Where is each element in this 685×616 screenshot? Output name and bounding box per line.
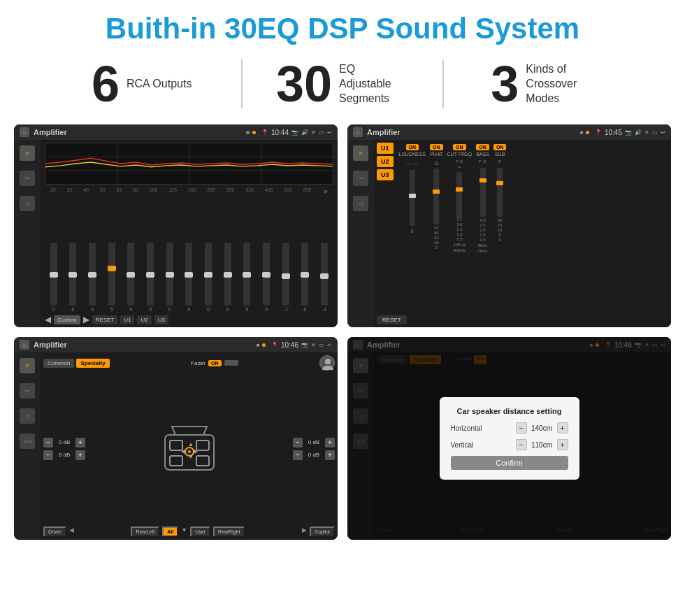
eq-main: 25 32 40 50 63 80 100 125 160 200 250 32… <box>41 140 338 327</box>
loudness-section: ON LOUDNESS — — 0 <box>399 144 426 234</box>
home-icon[interactable]: ⌂ <box>20 127 29 137</box>
u1-button-eq[interactable]: U1 <box>120 315 134 324</box>
prev-icon[interactable]: ◀ <box>45 315 51 324</box>
db-plus-1[interactable]: + <box>75 450 85 460</box>
screen-amp: ⌂ Amplifier ■ 📍 10:45 📷 🔊 ✕ ▭ ↩ ≡ <box>347 124 671 327</box>
db-minus-1[interactable]: − <box>43 450 53 460</box>
svg-point-12 <box>188 450 191 453</box>
stat-number-rca: 6 <box>92 59 120 109</box>
next-icon[interactable]: ▶ <box>83 315 89 324</box>
status-icons-eq: 📍 10:44 📷 🔊 ✕ ▭ ↩ <box>246 129 332 136</box>
sidebar-expand-icon-cross[interactable]: ⟺ <box>20 434 35 449</box>
svg-text:▲: ▲ <box>188 441 194 447</box>
amp-u-buttons: U1 U2 U3 <box>377 143 394 307</box>
sidebar-eq-icon[interactable]: ≡ <box>20 145 35 161</box>
left-sidebar-cross: ≡ 〜 ◁ ⟺ <box>14 352 41 540</box>
horizontal-minus-button[interactable]: − <box>516 422 527 434</box>
dialog-overlay: Car speaker distance setting Horizontal … <box>347 337 671 540</box>
left-sidebar-amp: ≡ 〜 ◁ <box>347 140 374 327</box>
cross-right-controls: − 0 dB + − 0 dB + <box>293 438 335 460</box>
loudness-on[interactable]: ON <box>406 144 419 150</box>
home-icon-cross[interactable]: ⌂ <box>20 340 29 350</box>
stat-crossover: 3 Kinds of Crossover Modes <box>444 59 643 109</box>
cross-tabs: Common Specialty <box>43 359 110 368</box>
db-plus-3[interactable]: + <box>325 450 335 460</box>
phat-on[interactable]: ON <box>430 144 443 150</box>
home-icon-amp[interactable]: ⌂ <box>353 127 363 137</box>
db-row-2: − 0 dB + <box>293 438 335 447</box>
screen-content-amp: ≡ 〜 ◁ U1 U2 U3 <box>347 140 671 327</box>
db-plus-2[interactable]: + <box>325 438 335 447</box>
sidebar-wave-icon-amp[interactable]: 〜 <box>353 171 368 186</box>
sub-on[interactable]: ON <box>493 144 507 150</box>
amp-main: U1 U2 U3 ON LOUDNESS — — <box>374 140 671 327</box>
status-bar-eq: ⌂ Amplifier 📍 10:44 📷 🔊 ✕ ▭ ↩ <box>14 124 338 140</box>
svg-text:▼: ▼ <box>188 454 194 460</box>
eq-slider-9: 0 <box>224 243 231 312</box>
eq-slider-11: 0 <box>263 243 270 312</box>
u3-button-eq[interactable]: U3 <box>154 315 168 324</box>
sidebar-eq-icon-amp[interactable]: ≡ <box>353 145 368 161</box>
vertical-value: 110cm <box>530 441 554 449</box>
eq-slider-2: 0 <box>89 243 96 312</box>
user-avatar-cross[interactable] <box>319 355 335 371</box>
all-button[interactable]: All <box>162 527 178 537</box>
confirm-button[interactable]: Confirm <box>451 456 568 470</box>
tab-specialty[interactable]: Specialty <box>76 359 109 368</box>
left-sidebar-eq: ≡ 〜 ◁ <box>14 140 41 327</box>
db-row-1: − 0 dB + <box>43 450 85 460</box>
preset-custom-button[interactable]: Custom <box>54 315 80 324</box>
status-bar-cross: ⌂ Amplifier ■ 📍 10:46 📷 ✕ ▭ ↩ <box>14 337 338 352</box>
eq-slider-6: 0 <box>166 243 173 312</box>
sidebar-eq-icon-cross[interactable]: ≡ <box>20 358 35 373</box>
vertical-minus-button[interactable]: − <box>516 439 527 450</box>
u2-button-amp[interactable]: U2 <box>377 156 394 167</box>
rearleft-button[interactable]: RearLeft <box>131 527 159 537</box>
fader-label: Fader <box>191 360 206 366</box>
rearright-button[interactable]: RearRight <box>213 527 245 537</box>
eq-slider-13: 0 <box>301 243 308 312</box>
eq-slider-14: -1 <box>321 243 328 312</box>
vertical-plus-button[interactable]: + <box>557 439 568 450</box>
dialog-horizontal-row: Horizontal − 140cm + <box>451 422 568 434</box>
copilot-button[interactable]: Copilot <box>310 527 335 537</box>
user-button[interactable]: User <box>190 527 210 537</box>
db-minus-3[interactable]: − <box>293 450 303 460</box>
bass-section: ON BASS FG 3.02.52.01.51.0 90Hz 70Hz <box>476 144 489 253</box>
bass-on[interactable]: ON <box>476 144 489 150</box>
reset-button-eq[interactable]: RESET <box>92 315 118 324</box>
cross-left-controls: − 0 dB + − 0 dB + <box>43 438 85 460</box>
svg-text:◀: ◀ <box>181 448 186 454</box>
sidebar-speaker-icon-cross[interactable]: ◁ <box>20 408 35 424</box>
cutfreq-on[interactable]: ON <box>453 144 466 150</box>
svg-point-5 <box>325 359 331 364</box>
u2-button-eq[interactable]: U2 <box>137 315 151 324</box>
screenshots-grid: ⌂ Amplifier 📍 10:44 📷 🔊 ✕ ▭ ↩ ≡ <box>0 122 685 547</box>
horizontal-plus-button[interactable]: + <box>557 422 568 434</box>
db-plus-0[interactable]: + <box>75 438 85 447</box>
sidebar-wave-icon-cross[interactable]: 〜 <box>20 383 35 399</box>
cutfreq-section: ON CUT FREQ FG F 3.02.11.30.5 100Hz 8 <box>447 144 473 252</box>
sidebar-wave-icon[interactable]: 〜 <box>20 171 35 186</box>
eq-slider-1: 0 <box>69 243 76 312</box>
reset-button-amp[interactable]: RESET <box>377 315 407 324</box>
screen-eq: ⌂ Amplifier 📍 10:44 📷 🔊 ✕ ▭ ↩ ≡ <box>14 124 338 327</box>
db-minus-2[interactable]: − <box>293 438 303 447</box>
sidebar-speaker-icon-amp[interactable]: ◁ <box>353 196 368 211</box>
u3-button-amp[interactable]: U3 <box>377 169 394 180</box>
sidebar-speaker-icon[interactable]: ◁ <box>20 196 35 211</box>
vertical-control: − 110cm + <box>516 439 568 450</box>
tab-common[interactable]: Common <box>43 359 74 368</box>
driver-button[interactable]: Driver <box>43 527 66 537</box>
stat-rca: 6 RCA Outputs <box>42 59 241 109</box>
dot-active-amp <box>586 131 589 134</box>
eq-slider-4: 0 <box>127 243 134 312</box>
fader-on-badge[interactable]: ON <box>208 360 222 366</box>
u1-button-amp[interactable]: U1 <box>377 143 394 154</box>
svg-rect-9 <box>170 456 182 466</box>
eq-sliders-row: 0 0 0 <box>45 198 333 312</box>
db-val-2: 0 dB <box>305 439 323 445</box>
eq-slider-12: -1 <box>282 243 289 312</box>
status-bar-amp: ⌂ Amplifier ■ 📍 10:45 📷 🔊 ✕ ▭ ↩ <box>347 124 671 140</box>
db-minus-0[interactable]: − <box>43 438 53 447</box>
